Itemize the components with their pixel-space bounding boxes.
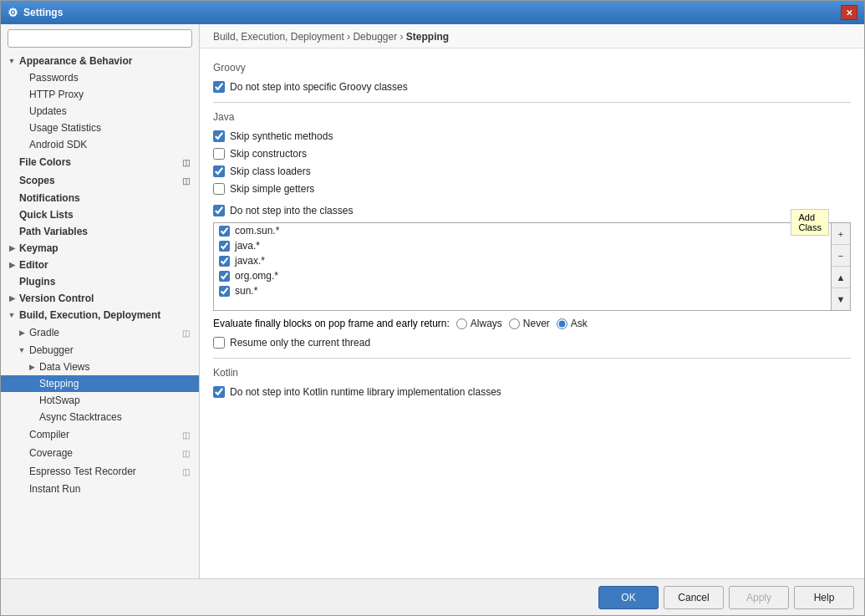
sidebar-item-label: Data Views [39, 361, 89, 373]
sidebar-item-label: File Colors [19, 156, 71, 168]
kotlin-checkbox[interactable] [213, 386, 225, 398]
list-down-button[interactable]: ▼ [832, 288, 850, 310]
close-button[interactable]: ✕ [841, 5, 857, 20]
java-checkbox-3: Skip simple getters [213, 182, 851, 196]
sidebar-item-label: Build, Execution, Deployment [19, 309, 160, 321]
resume-checkbox[interactable] [213, 337, 225, 349]
tree-arrow-placeholder [8, 158, 16, 166]
sidebar-item-label: Appearance & Behavior [19, 55, 132, 67]
sidebar-item-label: Path Variables [19, 226, 88, 237]
sidebar-item-label: Gradle [29, 327, 59, 339]
tree-arrow-placeholder [28, 379, 36, 388]
radio-always[interactable] [456, 318, 467, 329]
sidebar-item-label: Instant Run [29, 483, 80, 495]
search-box[interactable] [8, 29, 192, 48]
skip-synthetic-label: Skip synthetic methods [230, 130, 333, 142]
class-checkbox-4[interactable] [219, 286, 230, 297]
sidebar-item-http-proxy[interactable]: HTTP Proxy [1, 86, 199, 103]
skip-class-loaders-checkbox[interactable] [213, 165, 225, 177]
sidebar-item-gradle[interactable]: ▶Gradle◫ [1, 323, 199, 342]
tree-arrow-placeholder [8, 194, 16, 202]
sidebar-item-usage-statistics[interactable]: Usage Statistics [1, 120, 199, 136]
tree-arrow: ▶ [8, 261, 16, 269]
help-button[interactable]: Help [794, 586, 854, 609]
class-label-1: java.* [235, 240, 260, 252]
sidebar-item-quick-lists[interactable]: Quick Lists [1, 206, 199, 223]
class-checkbox-0[interactable] [219, 226, 230, 237]
list-item: com.sun.* [214, 223, 831, 238]
skip-constructors-label: Skip constructors [230, 148, 307, 160]
list-up-button[interactable]: ▲ [832, 267, 850, 288]
main-panel: Build, Execution, Deployment › Debugger … [200, 24, 864, 578]
skip-synthetic-checkbox[interactable] [213, 130, 225, 142]
tree-arrow-placeholder [28, 396, 36, 405]
tree-arrow-placeholder [28, 413, 36, 421]
list-add-button[interactable]: + [832, 223, 850, 245]
sidebar-item-espresso-test-recorder[interactable]: Espresso Test Recorder◫ [1, 462, 199, 481]
search-input[interactable] [13, 33, 186, 44]
do-not-step-row: Do not step into the classes [213, 204, 353, 217]
title-bar-buttons: ✕ [841, 5, 857, 20]
sidebar-item-hotswap[interactable]: HotSwap [1, 392, 199, 409]
sidebar-item-build-exec-deploy[interactable]: ▼Build, Execution, Deployment [1, 307, 199, 323]
list-remove-button[interactable]: − [832, 245, 850, 267]
groovy-checkbox[interactable] [213, 81, 225, 93]
sidebar-item-updates[interactable]: Updates [1, 103, 199, 120]
radio-ask-label[interactable]: Ask [557, 318, 588, 329]
sidebar-item-keymap[interactable]: ▶Keymap [1, 240, 199, 257]
sidebar-item-instant-run[interactable]: Instant Run [1, 481, 199, 497]
ext-icon: ◫ [179, 465, 192, 478]
radio-never-label[interactable]: Never [509, 318, 550, 329]
apply-button[interactable]: Apply [729, 586, 789, 609]
sidebar-item-data-views[interactable]: ▶Data Views [1, 359, 199, 375]
class-label-4: sun.* [235, 285, 257, 297]
class-label-2: javax.* [235, 255, 265, 267]
class-checkbox-3[interactable] [219, 271, 230, 282]
java-checkbox-1: Skip constructors [213, 147, 851, 160]
ok-button[interactable]: OK [598, 586, 659, 609]
tree-arrow-placeholder [8, 176, 16, 185]
settings-content: Groovy Do not step into specific Groovy … [200, 48, 864, 578]
list-item: sun.* [214, 283, 831, 298]
sidebar-item-editor[interactable]: ▶Editor [1, 257, 199, 273]
sidebar-item-android-sdk[interactable]: Android SDK [1, 136, 199, 153]
sidebar-item-label: Usage Statistics [29, 122, 101, 134]
sidebar-item-notifications[interactable]: Notifications [1, 190, 199, 206]
sidebar-item-path-variables[interactable]: Path Variables [1, 223, 199, 240]
sidebar-item-label: Quick Lists [19, 209, 74, 221]
class-checkbox-1[interactable] [219, 241, 230, 252]
radio-never[interactable] [509, 318, 520, 329]
skip-simple-getters-checkbox[interactable] [213, 183, 225, 195]
do-not-step-checkbox[interactable] [213, 205, 225, 216]
skip-constructors-checkbox[interactable] [213, 148, 225, 160]
sidebar-item-passwords[interactable]: Passwords [1, 69, 199, 86]
class-checkbox-2[interactable] [219, 256, 230, 267]
sidebar-item-plugins[interactable]: Plugins [1, 273, 199, 290]
add-class-tooltip: Add Class [791, 209, 829, 236]
sidebar-item-async-stacktraces[interactable]: Async Stacktraces [1, 409, 199, 425]
sidebar-item-version-control[interactable]: ▶Version Control [1, 290, 199, 307]
sidebar-item-scopes[interactable]: Scopes◫ [1, 171, 199, 190]
breadcrumb: Build, Execution, Deployment › Debugger … [200, 24, 864, 48]
tree-arrow: ▶ [28, 363, 36, 371]
sidebar-item-label: HotSwap [39, 395, 80, 406]
sidebar-item-compiler[interactable]: Compiler◫ [1, 425, 199, 444]
skip-class-loaders-label: Skip class loaders [230, 165, 311, 177]
cancel-button[interactable]: Cancel [664, 586, 724, 609]
sidebar-item-label: HTTP Proxy [29, 89, 84, 100]
tree-arrow: ▶ [8, 294, 16, 303]
tree-arrow: ▼ [18, 346, 26, 354]
tree-container: ▼Appearance & BehaviorPasswordsHTTP Prox… [1, 53, 199, 497]
sidebar-item-label: Compiler [29, 429, 69, 440]
radio-always-label[interactable]: Always [456, 318, 502, 329]
sidebar-item-coverage[interactable]: Coverage◫ [1, 444, 199, 462]
sidebar-item-debugger[interactable]: ▼Debugger [1, 342, 199, 359]
radio-ask[interactable] [557, 318, 567, 329]
sidebar-item-stepping[interactable]: Stepping [1, 375, 199, 392]
sidebar-item-appearance[interactable]: ▼Appearance & Behavior [1, 53, 199, 69]
tree-arrow-placeholder [18, 124, 26, 132]
tree-arrow-placeholder [18, 430, 26, 439]
tree-arrow-placeholder [18, 467, 26, 476]
sidebar-item-file-colors[interactable]: File Colors◫ [1, 153, 199, 171]
resume-row: Resume only the current thread [213, 336, 851, 349]
